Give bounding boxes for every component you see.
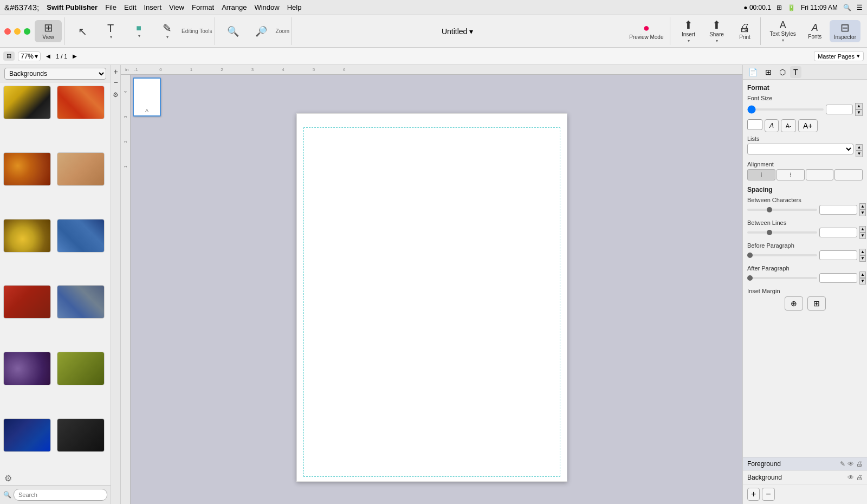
menu-help[interactable]: Help [287,3,302,11]
before-para-input[interactable] [819,250,857,260]
inspector-button[interactable]: ⊟ Inspector [830,20,860,42]
add-layer-button[interactable]: + [747,488,760,501]
print-button[interactable]: 🖨 Print [731,20,758,42]
zoom-display[interactable]: 77% ▾ [18,51,41,61]
menu-arrange[interactable]: Arrange [222,3,247,11]
share-button[interactable]: ⬆ Share ▾ [703,17,730,46]
font-size-slider[interactable] [747,108,824,111]
after-para-slider[interactable] [747,277,817,279]
lists-select[interactable] [747,144,853,154]
foreground-print-icon[interactable]: 🖨 [856,460,863,468]
control-center-icon[interactable]: ☰ [857,4,863,11]
align-center-button[interactable]: ⁝ [777,169,805,180]
bg-thumbnail-9[interactable] [3,352,51,385]
italic-button[interactable]: A [765,119,779,132]
document-title-arrow[interactable]: ▾ [469,27,473,36]
view-button[interactable]: ⊞ View [35,20,62,42]
bg-thumbnail-2[interactable] [57,86,105,119]
between-chars-input[interactable] [819,205,857,215]
after-para-input[interactable] [819,273,857,283]
menu-window[interactable]: Window [254,3,279,11]
bg-thumbnail-11[interactable] [3,418,51,452]
lists-up[interactable]: ▲ [856,144,863,151]
menu-file[interactable]: File [105,3,117,11]
inspector-tab-layout[interactable]: ⊞ [762,66,775,78]
vertical-ruler: 1 2 3 4 [121,75,131,504]
text-box-selection[interactable] [303,127,560,477]
menu-format[interactable]: Format [192,3,214,11]
remove-layer-button[interactable]: − [762,488,774,501]
bg-thumbnail-10[interactable] [57,352,105,385]
after-para-down[interactable]: ▼ [859,278,866,285]
grid-view-button[interactable]: ⊞ [3,51,15,61]
text-color-swatch[interactable] [747,119,762,130]
font-size-down[interactable]: ▼ [855,109,863,116]
before-para-slider[interactable] [747,254,817,256]
background-visibility-icon[interactable]: 👁 [847,474,854,481]
cursor-button[interactable]: ↖ [69,24,96,39]
zoom-in-button[interactable]: 🔎 [248,24,275,38]
zoom-in-canvas-button[interactable]: + [113,67,118,76]
text-tool-button[interactable]: T ▾ [97,21,124,42]
backgrounds-dropdown[interactable]: Backgrounds [4,68,106,80]
inspector-tab-document[interactable]: 📄 [745,66,761,78]
font-size-up[interactable]: ▲ [855,103,863,109]
gear-icon[interactable]: ⚙ [4,474,12,483]
bg-thumbnail-1[interactable] [3,86,51,119]
zoom-out-button[interactable]: 🔍 [219,24,247,38]
inspector-tab-text[interactable]: T [790,66,801,78]
close-button[interactable] [4,28,11,35]
font-size-input[interactable] [826,105,853,114]
bg-thumbnail-8[interactable] [57,285,105,319]
before-para-up[interactable]: ▲ [859,249,866,255]
align-justify-button[interactable]: ⁠ [834,169,863,180]
master-pages-dropdown[interactable]: Master Pages ▾ [814,51,864,61]
draw-tool-button[interactable]: ✎ ▾ [153,21,180,42]
between-chars-up[interactable]: ▲ [859,203,866,210]
next-page-button[interactable]: ▶ [70,52,79,60]
zoom-out-canvas-button[interactable]: − [113,78,118,87]
shape-tool-button[interactable]: ■ ▾ [125,22,152,41]
bg-thumbnail-12[interactable] [57,418,105,452]
bg-thumbnail-6[interactable] [57,219,105,253]
inspector-tab-shape[interactable]: ⬡ [776,66,789,78]
align-right-button[interactable] [806,169,834,180]
minimize-button[interactable] [14,28,21,35]
bg-thumbnail-7[interactable] [3,285,51,319]
preview-button[interactable]: ● Preview Mode [625,20,668,42]
bg-thumbnail-4[interactable] [57,152,105,186]
bg-thumbnail-3[interactable] [3,152,51,186]
foreground-edit-icon[interactable]: ✎ [840,460,845,468]
larger-text-button[interactable]: A+ [798,119,818,132]
align-left-button[interactable]: ⁞ [747,169,775,180]
after-para-up[interactable]: ▲ [859,272,866,278]
inset-margin-layers-button[interactable]: ⊕ [785,296,803,311]
foreground-row[interactable]: Foreground ✎ 👁 🖨 [743,457,867,471]
menu-view[interactable]: View [169,3,184,11]
background-print-icon[interactable]: 🖨 [856,474,863,481]
between-lines-input[interactable] [819,228,857,237]
bg-thumbnail-5[interactable] [3,219,51,253]
insert-button[interactable]: ⬆ Insert ▾ [675,17,702,46]
between-chars-down[interactable]: ▼ [859,210,866,216]
apple-menu[interactable]: &#63743; [4,3,39,12]
between-chars-slider[interactable] [747,209,817,211]
background-row[interactable]: Background 👁 🖨 [743,471,867,484]
maximize-button[interactable] [24,28,30,35]
between-lines-up[interactable]: ▲ [859,226,866,232]
foreground-visibility-icon[interactable]: 👁 [847,460,854,468]
menu-insert[interactable]: Insert [144,3,162,11]
between-lines-down[interactable]: ▼ [859,232,866,239]
inset-margin-grid-button[interactable]: ⊞ [807,296,826,311]
prev-page-button[interactable]: ◀ [44,52,53,60]
lists-down[interactable]: ▼ [856,151,863,157]
fonts-button[interactable]: A Fonts [801,21,829,42]
settings-icon[interactable]: ⚙ [113,91,119,99]
smaller-text-button[interactable]: A- [781,119,796,132]
before-para-down[interactable]: ▼ [859,255,866,262]
between-lines-slider[interactable] [747,231,817,234]
text-styles-button[interactable]: A Text Styles ▾ [765,18,800,45]
menu-edit[interactable]: Edit [124,3,136,11]
search-input[interactable] [14,489,107,501]
search-icon[interactable]: 🔍 [843,4,851,11]
